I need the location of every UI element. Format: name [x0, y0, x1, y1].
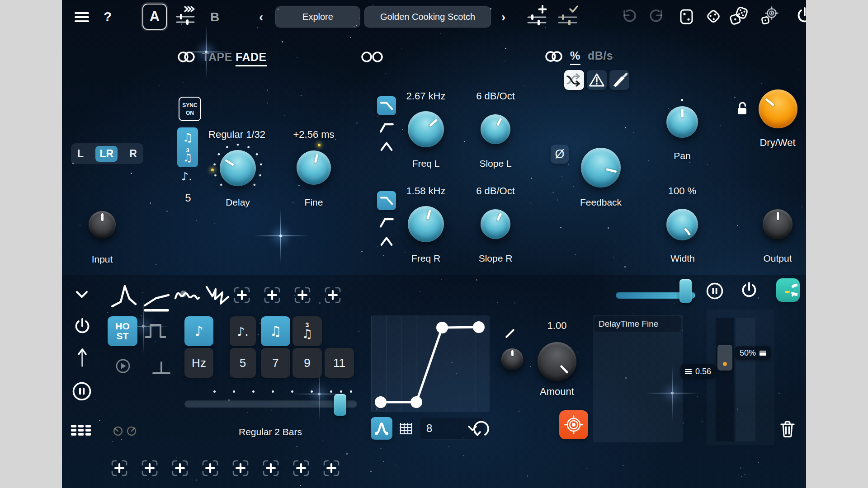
- feedback-knife-button[interactable]: [609, 70, 629, 90]
- output-knob[interactable]: [763, 209, 793, 239]
- lfo-pause-icon[interactable]: [72, 381, 92, 401]
- menu-icon[interactable]: [75, 12, 89, 22]
- oneshot-play-icon[interactable]: [115, 358, 131, 374]
- tab-feedback-dbs[interactable]: dB/s: [588, 49, 613, 62]
- add-mod-slot-button-8[interactable]: [322, 459, 340, 477]
- tape-stereo-link-icon[interactable]: [176, 50, 196, 64]
- add-mod-slot-button-5[interactable]: [231, 459, 250, 477]
- rate-dotted-note-button[interactable]: ♪.: [230, 316, 256, 346]
- add-mod-source-button-4[interactable]: [324, 286, 342, 304]
- amount-knob[interactable]: [538, 342, 576, 381]
- randomize-target-icon[interactable]: [760, 6, 779, 25]
- preset-next-icon[interactable]: ›: [501, 10, 505, 24]
- slope-l-knob[interactable]: [481, 114, 510, 144]
- tab-fade[interactable]: FADE: [236, 51, 267, 66]
- save-preset-icon[interactable]: [557, 5, 578, 26]
- add-mod-slot-button-4[interactable]: [201, 459, 219, 477]
- phase-invert-button[interactable]: Ø: [551, 145, 569, 164]
- add-mod-source-button-1[interactable]: [233, 286, 251, 304]
- filter-unlink-icon[interactable]: [360, 50, 384, 64]
- sync-toggle-button[interactable]: SYNC ON: [179, 97, 201, 121]
- filter-l-bandpass-button[interactable]: [378, 138, 395, 154]
- randomize-one-icon[interactable]: [679, 9, 694, 25]
- mod-target-knob-icon[interactable]: [113, 426, 141, 436]
- rate-slider[interactable]: [184, 400, 357, 408]
- add-mod-source-button-2[interactable]: [263, 286, 281, 304]
- tab-feedback-percent[interactable]: %: [570, 49, 580, 65]
- hold-mode-icon[interactable]: [151, 359, 172, 377]
- add-mod-slot-button-7[interactable]: [292, 459, 310, 477]
- mod-source-envelope-icon[interactable]: [111, 284, 138, 309]
- randomize-all-icon[interactable]: [729, 6, 749, 26]
- rate-triplet-button[interactable]: 3 ♫: [292, 316, 322, 346]
- mod-target-assign-button[interactable]: [559, 410, 588, 439]
- randomize-dice-icon[interactable]: [705, 8, 722, 25]
- add-mod-slot-button-2[interactable]: [141, 459, 159, 477]
- mod-global-slider-handle[interactable]: [679, 279, 692, 303]
- sync-dotted-note-icon[interactable]: ♪.: [181, 171, 192, 182]
- rate-note-pair-button[interactable]: ♫: [261, 316, 290, 346]
- rate-div5-button[interactable]: 5: [230, 348, 256, 378]
- sync-division[interactable]: 5: [185, 192, 191, 204]
- mod-slot-lane-2[interactable]: [736, 318, 755, 441]
- add-mod-source-button-3[interactable]: [293, 286, 311, 304]
- curve-loop-icon[interactable]: [471, 418, 492, 439]
- filter-r-highpass-button[interactable]: [378, 214, 395, 230]
- mod-slot-handle[interactable]: [717, 345, 732, 371]
- fine-knob[interactable]: [297, 150, 331, 185]
- drywet-knob[interactable]: [759, 89, 797, 128]
- mod-slot-percent-badge[interactable]: 50%: [735, 346, 771, 360]
- channel-l-button[interactable]: L: [77, 148, 84, 160]
- rate-hz-button[interactable]: Hz: [184, 348, 213, 378]
- plugin-logo-button[interactable]: [776, 278, 800, 302]
- drywet-lock-icon[interactable]: [736, 102, 749, 116]
- mod-slot-value-badge[interactable]: 0.56: [680, 364, 716, 379]
- lfo-retrigger-icon[interactable]: [77, 347, 88, 368]
- add-mod-slot-button-1[interactable]: [110, 459, 128, 477]
- freq-r-knob[interactable]: [408, 206, 444, 242]
- lfo-power-icon[interactable]: [74, 317, 91, 336]
- rate-div7-button[interactable]: 7: [261, 348, 290, 378]
- mod-pause-icon[interactable]: [706, 282, 724, 300]
- save-preset-as-icon[interactable]: [527, 5, 547, 26]
- mod-source-random-icon[interactable]: [174, 288, 200, 305]
- lfo-curve[interactable]: [371, 315, 490, 412]
- sync-note-icon[interactable]: ♫: [182, 131, 193, 143]
- help-icon[interactable]: ?: [104, 9, 112, 24]
- filter-l-highpass-button[interactable]: [378, 119, 395, 135]
- curve-mode-envelope-button[interactable]: [371, 417, 392, 440]
- mod-source-chaos-icon[interactable]: [205, 285, 230, 308]
- feedback-shuffle-button[interactable]: [564, 70, 584, 90]
- pan-knob[interactable]: [666, 106, 698, 138]
- add-mod-slot-button-6[interactable]: [262, 459, 280, 477]
- ab-slot-b-button[interactable]: B: [210, 10, 219, 24]
- feedback-knob[interactable]: [581, 148, 621, 188]
- preset-name-button[interactable]: Golden Cooking Scotch: [364, 6, 491, 28]
- sync-triplet-icon[interactable]: 3 ♫: [183, 147, 193, 163]
- delay-knob[interactable]: [220, 150, 256, 186]
- filter-r-bandpass-button[interactable]: [378, 233, 395, 249]
- tab-tape[interactable]: TAPE: [202, 51, 232, 64]
- delete-slot-trash-icon[interactable]: [779, 420, 796, 438]
- gate-mode-icon[interactable]: [144, 321, 167, 341]
- add-mod-slot-button-3[interactable]: [171, 459, 189, 477]
- mod-slot-lane-1[interactable]: [716, 318, 734, 441]
- rate-slider-handle[interactable]: [334, 394, 346, 416]
- ab-slot-a-button[interactable]: A: [142, 4, 167, 30]
- freq-l-knob[interactable]: [408, 111, 444, 147]
- slope-r-knob[interactable]: [481, 209, 510, 239]
- feedback-stereo-link-icon[interactable]: [544, 50, 564, 63]
- curve-shape-knob[interactable]: [501, 348, 523, 370]
- filter-l-lowpass-button[interactable]: [377, 96, 396, 115]
- feedback-warning-button[interactable]: [587, 70, 607, 90]
- width-knob[interactable]: [666, 209, 698, 240]
- rate-div11-button[interactable]: 11: [325, 348, 354, 378]
- rate-div9-button[interactable]: 9: [292, 348, 322, 378]
- input-knob[interactable]: [89, 211, 116, 238]
- mod-grid-view-icon[interactable]: [71, 425, 91, 436]
- host-sync-button[interactable]: HO ST: [108, 316, 137, 346]
- rate-note-button[interactable]: ♪: [184, 316, 213, 346]
- preset-previous-icon[interactable]: ‹: [259, 10, 263, 24]
- mod-source-slope-icon[interactable]: [142, 286, 171, 314]
- mod-slot-label[interactable]: DelayTime Fine: [594, 316, 681, 332]
